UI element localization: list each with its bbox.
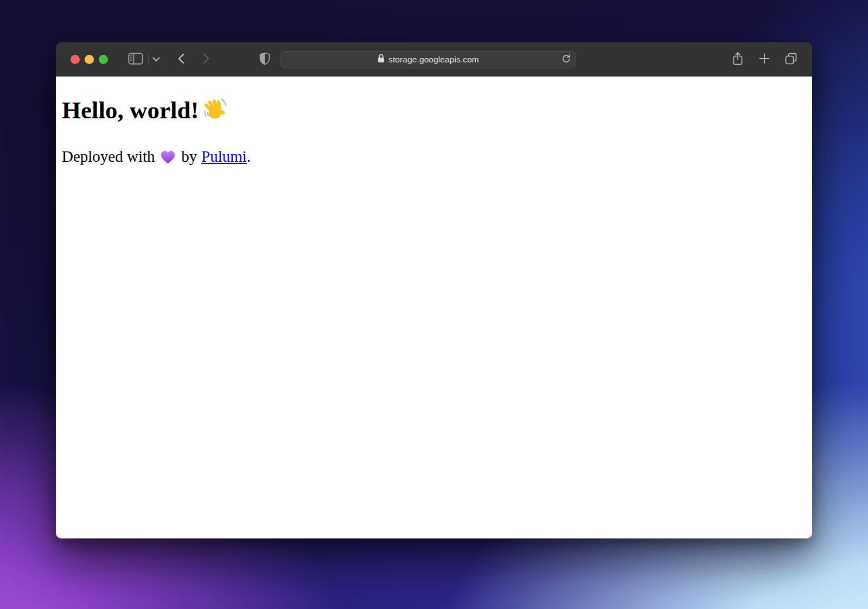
- tab-group-menu-button[interactable]: [150, 52, 162, 68]
- toolbar-divider: [148, 54, 149, 65]
- reload-icon: [561, 54, 571, 66]
- privacy-shield-icon: [259, 52, 270, 67]
- zoom-window-button[interactable]: [99, 55, 108, 64]
- back-button[interactable]: [173, 52, 189, 68]
- sentence-period: .: [247, 148, 251, 165]
- sidebar-toggle-button[interactable]: [127, 52, 144, 68]
- close-window-button[interactable]: [71, 55, 80, 64]
- waving-hand-icon: [203, 100, 227, 127]
- minimize-window-button[interactable]: [85, 55, 94, 64]
- url-text: storage.googleapis.com: [388, 55, 479, 65]
- lock-icon: [378, 54, 385, 65]
- page-content: Hello, world! Deployed with: [56, 77, 812, 538]
- forward-button[interactable]: [198, 52, 214, 68]
- address-bar[interactable]: storage.googleapis.com: [280, 51, 576, 68]
- forward-icon: [203, 53, 209, 66]
- traffic-lights: [71, 55, 108, 64]
- tab-overview-icon: [784, 52, 797, 67]
- deploy-line: Deployed with byPulumi.: [62, 148, 812, 168]
- desktop-background: storage.googleapis.com: [0, 0, 868, 609]
- toolbar-right-group: [730, 52, 799, 68]
- share-button[interactable]: [730, 52, 746, 68]
- sidebar-toggle-icon: [128, 53, 143, 66]
- chevron-down-icon: [152, 55, 160, 64]
- browser-toolbar: storage.googleapis.com: [56, 42, 812, 77]
- tab-overview-button[interactable]: [783, 52, 799, 68]
- share-icon: [732, 52, 744, 67]
- privacy-report-button[interactable]: [257, 52, 273, 68]
- new-tab-plus-icon: [759, 53, 770, 66]
- browser-window: storage.googleapis.com: [56, 42, 812, 538]
- heading-text: Hello, world!: [62, 97, 199, 124]
- page-heading: Hello, world!: [62, 97, 812, 128]
- deploy-connector-text: by: [181, 148, 197, 165]
- purple-heart-icon: [160, 150, 176, 168]
- new-tab-button[interactable]: [756, 52, 773, 68]
- deploy-prefix-text: Deployed with: [62, 148, 155, 165]
- back-icon: [178, 53, 184, 66]
- pulumi-link[interactable]: Pulumi: [201, 148, 247, 165]
- reload-button[interactable]: [559, 53, 573, 67]
